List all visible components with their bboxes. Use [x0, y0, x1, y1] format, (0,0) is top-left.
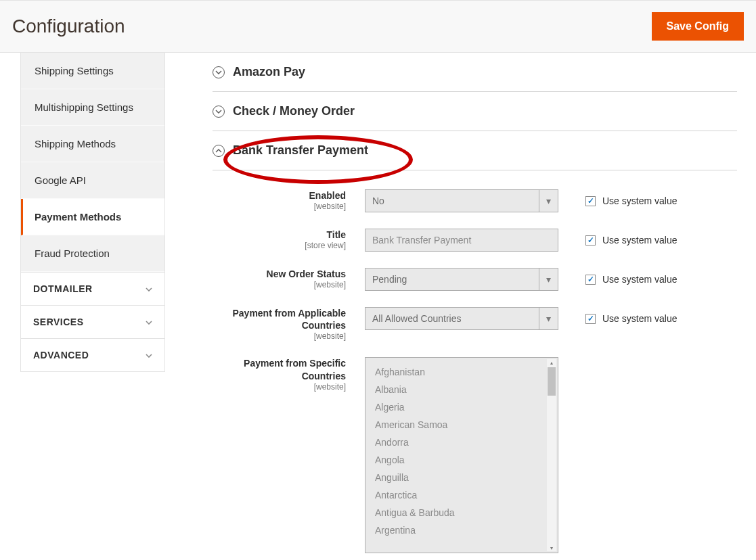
sidebar-tab-list: Shipping Settings Multishipping Settings… — [20, 53, 165, 273]
multiselect-option: Antigua & Barbuda — [375, 504, 558, 521]
section-title: Bank Transfer Payment — [233, 143, 368, 158]
section-title: Amazon Pay — [233, 65, 305, 79]
use-system-value: Use system value — [558, 189, 677, 212]
chevron-down-icon — [146, 285, 152, 293]
chevron-down-icon — [146, 351, 152, 359]
select-value: No — [372, 195, 384, 206]
multiselect-option: Anguilla — [375, 469, 558, 486]
use-system-value-checkbox[interactable] — [585, 196, 596, 206]
caret-down-icon: ▾ — [539, 308, 558, 329]
multiselect-option: Algeria — [375, 398, 558, 416]
content: Amazon Pay Check / Money Order Bank Tran… — [165, 53, 756, 560]
use-system-value-label: Use system value — [602, 274, 677, 285]
use-system-value-checkbox[interactable] — [585, 314, 596, 324]
field-scope: [website] — [213, 280, 346, 289]
section-bank-transfer-payment[interactable]: Bank Transfer Payment — [213, 131, 737, 170]
sidebar-item-multishipping-settings[interactable]: Multishipping Settings — [21, 89, 164, 126]
field-enabled: Enabled [website] No ▾ Use system value — [213, 189, 737, 212]
scrollbar-thumb[interactable] — [548, 367, 556, 396]
section-amazon-pay[interactable]: Amazon Pay — [213, 53, 737, 92]
collapse-icon — [213, 145, 225, 157]
select-value: Pending — [372, 274, 407, 285]
field-label-col: New Order Status [website] — [213, 268, 365, 289]
multiselect-option: Argentina — [375, 521, 558, 539]
sidebar: Shipping Settings Multishipping Settings… — [0, 53, 165, 560]
field-label: Payment from Applicable Countries — [213, 307, 346, 331]
sidebar-item-fraud-protection[interactable]: Fraud Protection — [21, 235, 164, 272]
field-scope: [website] — [213, 202, 346, 211]
field-label-col: Enabled [website] — [213, 189, 365, 211]
field-label: Payment from Specific Countries — [213, 357, 346, 381]
use-system-value-checkbox[interactable] — [585, 235, 596, 246]
sidebar-group-label: SERVICES — [33, 317, 84, 327]
field-control: Bank Transfer Payment — [365, 229, 558, 252]
field-control: Pending ▾ — [365, 268, 558, 291]
sidebar-item-google-api[interactable]: Google API — [21, 162, 164, 199]
bank-transfer-body: Enabled [website] No ▾ Use system value — [213, 170, 737, 553]
use-system-value-checkbox[interactable] — [585, 275, 596, 285]
field-label-col: Title [store view] — [213, 229, 365, 250]
sidebar-item-payment-methods[interactable]: Payment Methods — [21, 199, 164, 235]
field-label: New Order Status — [213, 268, 346, 280]
save-config-button[interactable]: Save Config — [652, 12, 744, 41]
chevron-down-icon — [146, 318, 152, 326]
field-applicable-countries: Payment from Applicable Countries [websi… — [213, 307, 737, 341]
sidebar-group-label: ADVANCED — [33, 350, 89, 360]
enabled-select: No ▾ — [365, 189, 558, 212]
field-label: Enabled — [213, 189, 346, 202]
field-scope: [store view] — [213, 241, 346, 250]
expand-icon — [213, 106, 225, 118]
multiselect-option: Afghanistan — [375, 363, 558, 381]
multiselect-option: Albania — [375, 381, 558, 398]
field-specific-countries: Payment from Specific Countries [website… — [213, 357, 737, 553]
use-system-value: Use system value — [558, 229, 677, 252]
section-title: Check / Money Order — [233, 104, 355, 118]
select-value: All Allowed Countries — [372, 313, 462, 324]
main-body: Shipping Settings Multishipping Settings… — [0, 53, 756, 560]
sidebar-group-label: DOTMAILER — [33, 283, 93, 294]
field-control: Afghanistan Albania Algeria American Sam… — [365, 357, 558, 553]
section-check-money-order[interactable]: Check / Money Order — [213, 92, 737, 131]
sidebar-group-advanced[interactable]: ADVANCED — [20, 339, 165, 372]
caret-down-icon: ▾ — [539, 269, 558, 290]
expand-icon — [213, 66, 225, 78]
specific-countries-multiselect: Afghanistan Albania Algeria American Sam… — [365, 357, 558, 553]
use-system-value: Use system value — [558, 307, 677, 330]
sidebar-group-dotmailer[interactable]: DOTMAILER — [20, 273, 165, 306]
field-label: Title — [213, 229, 346, 241]
multiselect-option: Andorra — [375, 434, 558, 451]
field-scope: [website] — [213, 331, 346, 341]
page-title: Configuration — [12, 16, 125, 37]
caret-down-icon: ▾ — [539, 190, 558, 212]
sidebar-group-services[interactable]: SERVICES — [20, 306, 165, 339]
field-new-order-status: New Order Status [website] Pending ▾ Use… — [213, 268, 737, 291]
use-system-value-label: Use system value — [602, 235, 677, 246]
new-order-status-select: Pending ▾ — [365, 268, 558, 291]
use-system-value-label: Use system value — [602, 195, 677, 206]
field-label-col: Payment from Specific Countries [website… — [213, 357, 365, 391]
sidebar-item-shipping-methods[interactable]: Shipping Methods — [21, 126, 164, 162]
use-system-value: Use system value — [558, 268, 677, 291]
use-system-value-label: Use system value — [602, 313, 677, 324]
input-value: Bank Transfer Payment — [372, 235, 471, 246]
multiselect-option: Antarctica — [375, 486, 558, 504]
title-input: Bank Transfer Payment — [365, 229, 558, 252]
multiselect-option: Angola — [375, 451, 558, 469]
applicable-countries-select: All Allowed Countries ▾ — [365, 307, 558, 330]
scrollbar-up-arrow-icon[interactable]: ▴ — [548, 359, 555, 366]
field-label-col: Payment from Applicable Countries [websi… — [213, 307, 365, 341]
field-scope: [website] — [213, 382, 346, 392]
field-title: Title [store view] Bank Transfer Payment… — [213, 229, 737, 252]
field-control: No ▾ — [365, 189, 558, 212]
field-control: All Allowed Countries ▾ — [365, 307, 558, 330]
scrollbar-down-arrow-icon[interactable]: ▾ — [548, 544, 555, 551]
sidebar-item-shipping-settings[interactable]: Shipping Settings — [21, 53, 164, 89]
multiselect-option: American Samoa — [375, 416, 558, 434]
page-header: Configuration Save Config — [0, 0, 756, 53]
